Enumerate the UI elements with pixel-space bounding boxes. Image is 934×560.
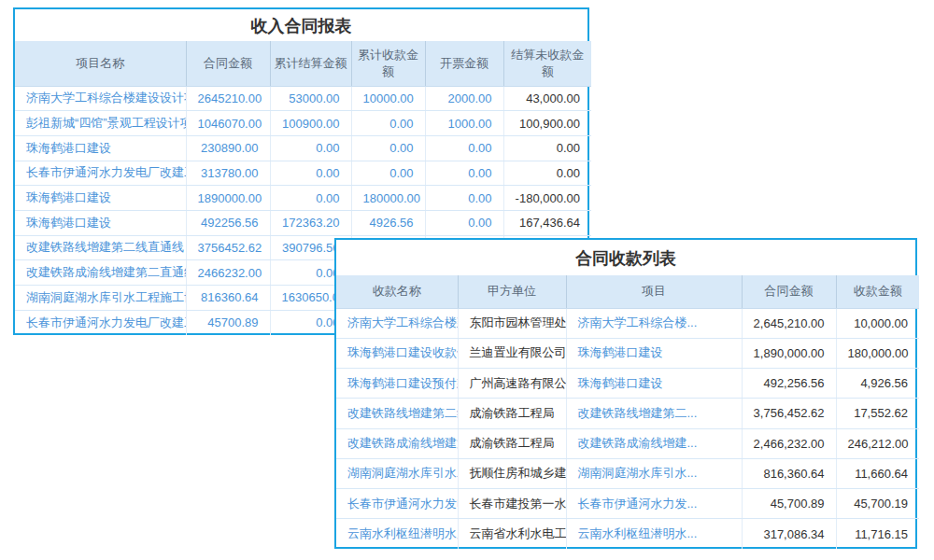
cell-value: 17,552.62 (836, 399, 919, 428)
cell-link[interactable]: 1890000.00 (186, 186, 270, 211)
cell-value: 长春市建投第一水利... (458, 489, 566, 519)
cell-link[interactable]: 0.00 (270, 186, 351, 211)
cell-link[interactable]: 珠海鹤港口建设 (566, 369, 742, 399)
cell-link[interactable]: 0.00 (270, 161, 351, 186)
table-row: 济南大学工科综合楼建...东阳市园林管理处济南大学工科综合楼...2,645,2… (336, 308, 919, 338)
cell-value: 43,000.00 (503, 86, 591, 111)
table-row: 珠海鹤港口建设收款合同兰迪置业有限公司珠海鹤港口建设1,890,000.0018… (336, 338, 919, 368)
cell-link[interactable]: 230890.00 (186, 135, 270, 161)
cell-value: 167,436.64 (503, 210, 591, 235)
cell-link[interactable]: 3756452.62 (186, 235, 270, 260)
cell-value: 180,000.00 (836, 338, 919, 368)
header-row: 收款名称甲方单位项目合同金额收款金额 (336, 275, 919, 308)
table-row: 湖南洞庭湖水库引水工...抚顺住房和城乡建设局湖南洞庭湖水库引水...816,3… (336, 458, 919, 488)
column-header: 累计结算金额 (270, 41, 351, 86)
cell-link[interactable]: 改建铁路成渝线增建第... (336, 428, 458, 458)
cell-link[interactable]: 济南大学工科综合楼... (566, 308, 742, 338)
cell-value: 10,000.00 (836, 308, 919, 338)
column-header: 项目名称 (15, 41, 186, 86)
table-row: 珠海鹤港口建设230890.000.000.000.000.00 (15, 135, 591, 161)
cell-link[interactable]: 53000.00 (270, 86, 351, 111)
cell-link[interactable]: 珠海鹤港口建设收款合同 (336, 338, 458, 368)
cell-link[interactable]: 1000.00 (425, 111, 503, 136)
cell-link[interactable]: 长春市伊通河水力发电厂改建工程 (15, 161, 186, 186)
column-header: 合同金额 (186, 41, 270, 86)
cell-value: 1,890,000.00 (742, 338, 836, 368)
cell-value: 317,086.34 (742, 519, 836, 549)
header-row: 项目名称合同金额累计结算金额累计收款金额开票金额结算未收款金额 (15, 41, 591, 86)
cell-link[interactable]: 0.00 (351, 135, 425, 161)
cell-link[interactable]: 0.00 (425, 161, 503, 186)
cell-link[interactable]: 长春市伊通河水力发... (566, 489, 742, 519)
cell-value: 3,756,452.62 (742, 399, 836, 428)
contract-collection-list-panel: 合同收款列表 收款名称甲方单位项目合同金额收款金额 济南大学工科综合楼建...东… (334, 238, 917, 549)
cell-link[interactable]: 0.00 (425, 210, 503, 235)
cell-link[interactable]: 172363.20 (270, 210, 351, 235)
cell-link[interactable]: 改建铁路线增建第二线直通线 (15, 235, 186, 260)
collection-list-title: 合同收款列表 (336, 240, 915, 275)
cell-link[interactable]: 45700.89 (186, 310, 270, 335)
cell-value: 云南省水利水电工程... (458, 519, 566, 549)
cell-link[interactable]: 珠海鹤港口建设预付款 (336, 369, 458, 399)
cell-link[interactable]: 4926.56 (351, 210, 425, 235)
cell-value: 100,900.00 (503, 111, 591, 136)
cell-link[interactable]: 0.00 (351, 161, 425, 186)
cell-value: 492,256.56 (742, 369, 836, 399)
column-header: 开票金额 (425, 41, 503, 86)
cell-link[interactable]: 0.00 (351, 111, 425, 136)
cell-value: 11,660.64 (836, 458, 919, 488)
table-row: 长春市伊通河水力发电...长春市建投第一水利...长春市伊通河水力发...45,… (336, 489, 919, 519)
cell-value: 45,700.89 (742, 489, 836, 519)
cell-value: 成渝铁路工程局 (458, 399, 566, 428)
cell-link[interactable]: 492256.56 (186, 210, 270, 235)
income-report-title: 收入合同报表 (15, 9, 587, 41)
table-row: 改建铁路成渝线增建第...成渝铁路工程局改建铁路成渝线增建...2,466,23… (336, 428, 919, 458)
cell-link[interactable]: 彭祖新城“四馆”景观工程设计项目 (15, 111, 186, 136)
cell-link[interactable]: 云南水利枢纽潜明水库... (336, 519, 458, 549)
column-header: 累计收款金额 (351, 41, 425, 86)
cell-link[interactable]: 0.00 (425, 186, 503, 211)
cell-link[interactable]: 180000.00 (351, 186, 425, 211)
cell-link[interactable]: 改建铁路线增建第二... (566, 399, 742, 428)
cell-link[interactable]: 0.00 (425, 135, 503, 161)
cell-link[interactable]: 2000.00 (425, 86, 503, 111)
cell-link[interactable]: 100900.00 (270, 111, 351, 136)
cell-link[interactable]: 816360.64 (186, 286, 270, 311)
cell-link[interactable]: 湖南洞庭湖水库引水工程施工协议 (15, 286, 186, 311)
cell-value: 2,466,232.00 (742, 428, 836, 458)
cell-link[interactable]: 济南大学工科综合楼建设设计项目 (15, 86, 186, 111)
column-header: 收款金额 (836, 275, 919, 308)
cell-value: 0.00 (503, 161, 591, 186)
table-row: 珠海鹤港口建设492256.56172363.204926.560.00167,… (15, 210, 591, 235)
cell-link[interactable]: 湖南洞庭湖水库引水工... (336, 458, 458, 488)
cell-link[interactable]: 313780.00 (186, 161, 270, 186)
cell-value: 816,360.64 (742, 458, 836, 488)
cell-link[interactable]: 云南水利枢纽潜明水... (566, 519, 742, 549)
cell-value: 0.00 (503, 135, 591, 161)
cell-link[interactable]: 2645210.00 (186, 86, 270, 111)
cell-link[interactable]: 10000.00 (351, 86, 425, 111)
cell-link[interactable]: 2466232.00 (186, 260, 270, 286)
table-row: 珠海鹤港口建设1890000.000.00180000.000.00-180,0… (15, 186, 591, 211)
cell-link[interactable]: 长春市伊通河水力发电厂改建工程 (15, 310, 186, 335)
table-row: 彭祖新城“四馆”景观工程设计项目1046070.00100900.000.001… (15, 111, 591, 136)
cell-link[interactable]: 长春市伊通河水力发电... (336, 489, 458, 519)
cell-link[interactable]: 1046070.00 (186, 111, 270, 136)
cell-link[interactable]: 改建铁路成渝线增建... (566, 428, 742, 458)
cell-link[interactable]: 0.00 (270, 135, 351, 161)
cell-value: 东阳市园林管理处 (458, 308, 566, 338)
cell-link[interactable]: 珠海鹤港口建设 (15, 135, 186, 161)
cell-link[interactable]: 珠海鹤港口建设 (15, 210, 186, 235)
cell-value: 246,212.00 (836, 428, 919, 458)
cell-link[interactable]: 珠海鹤港口建设 (566, 338, 742, 368)
table-row: 云南水利枢纽潜明水库...云南省水利水电工程...云南水利枢纽潜明水...317… (336, 519, 919, 549)
cell-link[interactable]: 改建铁路成渝线增建第二直通线路 (15, 260, 186, 286)
cell-link[interactable]: 济南大学工科综合楼建... (336, 308, 458, 338)
cell-value: 11,716.15 (836, 519, 919, 549)
column-header: 结算未收款金额 (503, 41, 591, 86)
cell-link[interactable]: 湖南洞庭湖水库引水... (566, 458, 742, 488)
cell-link[interactable]: 改建铁路线增建第二线... (336, 399, 458, 428)
cell-link[interactable]: 珠海鹤港口建设 (15, 186, 186, 211)
table-row: 改建铁路线增建第二线...成渝铁路工程局改建铁路线增建第二...3,756,45… (336, 399, 919, 428)
cell-value: 广州高速路有限公司 (458, 369, 566, 399)
